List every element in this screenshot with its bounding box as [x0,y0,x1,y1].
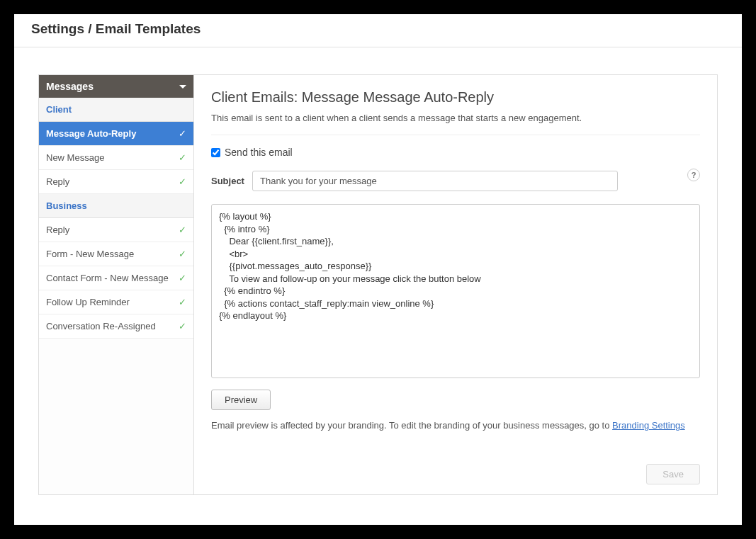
check-icon: ✓ [179,225,186,235]
sidebar-item-label: Reply [46,176,69,187]
header-bar: Settings / Email Templates [14,14,742,47]
sidebar-item-label: Reply [46,225,69,235]
sidebar-header-label: Messages [46,81,94,92]
sidebar-item-follow-up-reminder[interactable]: Follow Up Reminder ✓ [39,290,193,314]
sidebar-item-reply-business[interactable]: Reply ✓ [39,218,193,242]
main-description: This email is sent to a client when a cl… [211,113,700,123]
note-text: Email preview is affected by your brandi… [211,420,612,431]
sidebar-item-label: Follow Up Reminder [46,297,130,307]
email-body-textarea[interactable] [211,204,700,378]
sidebar-item-label: New Message [46,152,104,163]
check-icon: ✓ [179,128,186,139]
divider [211,135,700,135]
sidebar-item-label: Form - New Message [46,249,134,259]
check-icon: ✓ [179,297,186,307]
sidebar-item-contact-form-new-message[interactable]: Contact Form - New Message ✓ [39,266,193,290]
chevron-down-icon [179,85,186,89]
sidebar-item-label: Conversation Re-Assigned [46,321,156,331]
sidebar-header[interactable]: Messages [39,75,193,98]
check-icon: ✓ [179,321,186,331]
page-title: Settings / Email Templates [31,21,725,37]
sidebar-item-label: Message Auto-Reply [46,128,136,139]
sidebar-item-new-message[interactable]: New Message ✓ [39,146,193,170]
sidebar-item-message-auto-reply[interactable]: Message Auto-Reply ✓ [39,122,193,146]
check-icon: ✓ [179,152,186,163]
preview-button[interactable]: Preview [211,390,271,410]
subject-label: Subject [211,176,245,186]
sidebar-item-conversation-reassigned[interactable]: Conversation Re-Assigned ✓ [39,314,193,339]
section-title-business[interactable]: Business [39,194,193,218]
sidebar-item-reply-client[interactable]: Reply ✓ [39,170,193,194]
check-icon: ✓ [179,249,186,259]
subject-input[interactable] [252,171,618,191]
main-panel: Client Emails: Message Message Auto-Repl… [194,75,717,494]
sidebar-item-label: Contact Form - New Message [46,273,169,283]
save-button[interactable]: Save [646,464,700,484]
send-email-checkbox[interactable] [211,148,220,157]
main-title: Client Emails: Message Message Auto-Repl… [211,89,700,106]
branding-settings-link[interactable]: Branding Settings [612,420,685,431]
help-icon[interactable]: ? [687,169,700,181]
send-email-label: Send this email [225,147,293,158]
check-icon: ✓ [179,176,186,187]
section-title-client[interactable]: Client [39,98,193,122]
check-icon: ✓ [179,273,186,283]
sidebar: Messages Client Message Auto-Reply ✓ New… [39,75,194,494]
branding-note: Email preview is affected by your brandi… [211,420,700,431]
sidebar-item-form-new-message[interactable]: Form - New Message ✓ [39,242,193,266]
